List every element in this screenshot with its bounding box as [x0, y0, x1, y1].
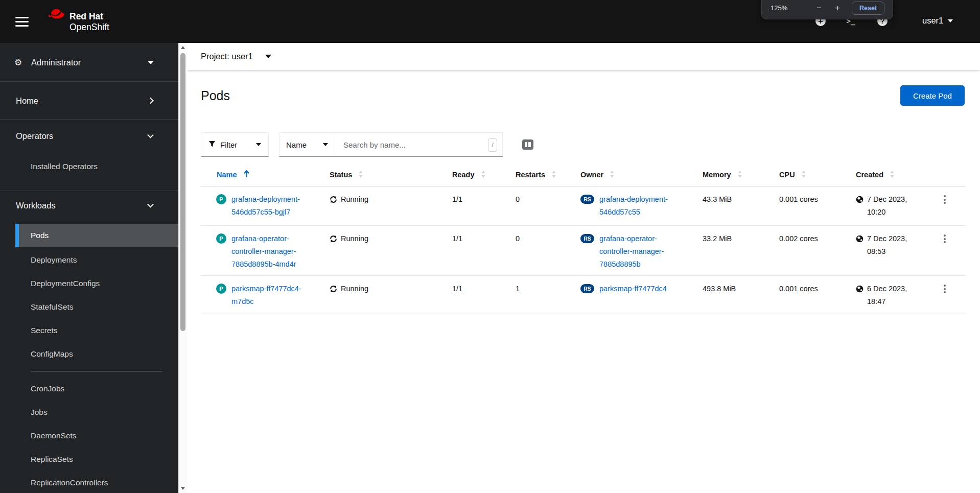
search-field-wrapper: / — [335, 132, 503, 157]
nav-toggle-icon[interactable] — [15, 17, 29, 27]
sidebar-item-deploymentconfigs[interactable]: DeploymentConfigs — [0, 272, 178, 295]
replicaset-badge: RS — [580, 234, 594, 243]
table-header-row: Name Status Ready Restarts — [201, 163, 966, 186]
column-header-owner[interactable]: Owner — [580, 171, 703, 179]
sidebar-item-secrets[interactable]: Secrets — [0, 319, 178, 342]
scrollbar-thumb[interactable] — [180, 53, 185, 331]
project-bar: Project: user1 — [187, 43, 980, 70]
column-header-status[interactable]: Status — [330, 171, 452, 179]
globe-icon — [856, 285, 864, 293]
column-header-ready[interactable]: Ready — [452, 171, 516, 179]
column-header-cpu[interactable]: CPU — [779, 171, 856, 179]
kebab-menu-icon[interactable] — [943, 186, 953, 225]
owner-cell: RS grafana-operator- controller-manager-… — [580, 226, 703, 275]
scroll-down-arrow-icon[interactable] — [181, 487, 185, 490]
kebab-menu-icon[interactable] — [943, 276, 953, 314]
table-row: P grafana-operator- controller-manager- … — [201, 226, 966, 276]
scroll-up-arrow-icon[interactable] — [181, 46, 185, 49]
pod-link[interactable]: grafana-operator- controller-manager- 78… — [231, 232, 296, 275]
running-sync-icon — [330, 196, 337, 203]
zoom-reset-button[interactable]: Reset — [852, 2, 884, 15]
sidebar-item-configmaps[interactable]: ConfigMaps — [0, 342, 178, 366]
section-label: Workloads — [16, 201, 56, 210]
status-cell: Running — [330, 226, 452, 275]
sidebar-section-workloads[interactable]: Workloads — [0, 191, 178, 220]
sidebar-item-deployments[interactable]: Deployments — [0, 248, 178, 272]
slash-shortcut-key: / — [488, 138, 497, 152]
sort-both-icon — [890, 171, 894, 179]
pods-table: Name Status Ready Restarts — [201, 163, 966, 314]
sort-both-icon — [802, 171, 806, 179]
created-cell: 7 Dec 2023, 08:53 — [856, 226, 943, 275]
filter-dropdown[interactable]: Filter — [201, 132, 269, 157]
sidebar-item-jobs[interactable]: Jobs — [0, 401, 178, 424]
running-sync-icon — [330, 235, 337, 243]
pod-link[interactable]: grafana-deployment- 546dd57c55-bgjl7 — [231, 193, 300, 225]
zoom-in-button[interactable]: + — [835, 2, 840, 15]
brand-logo: Red Hat OpenShift — [46, 6, 109, 33]
restarts-cell: 0 — [516, 226, 580, 275]
section-label: Home — [16, 96, 38, 105]
page-title: Pods — [201, 88, 230, 103]
sidebar-section-operators[interactable]: Operators — [0, 120, 178, 152]
sidebar-item-installed-operators[interactable]: Installed Operators — [0, 155, 178, 178]
column-header-created[interactable]: Created — [856, 171, 943, 179]
sidebar-scrollbar[interactable] — [178, 43, 187, 493]
replicaset-badge: RS — [580, 195, 594, 204]
running-sync-icon — [330, 285, 337, 293]
chevron-down-icon — [948, 19, 953, 22]
restarts-cell: 0 — [516, 186, 580, 225]
owner-link[interactable]: parksmap-ff7477dc4 — [599, 283, 667, 314]
chevron-down-icon — [147, 201, 154, 208]
project-label: Project: user1 — [201, 52, 253, 61]
sidebar-item-statefulsets[interactable]: StatefulSets — [0, 295, 178, 319]
owner-link[interactable]: grafana-deployment- 546dd57c55 — [599, 193, 668, 225]
chevron-down-icon — [265, 55, 271, 58]
owner-link[interactable]: grafana-operator- controller-manager- 78… — [599, 232, 664, 275]
sort-both-icon — [552, 171, 556, 179]
sidebar-nav: Administrator Home Operators Installed O… — [0, 43, 178, 493]
user-menu[interactable]: user1 — [922, 16, 953, 26]
pod-badge: P — [216, 194, 226, 204]
list-toolbar: Filter Name / — [201, 132, 533, 157]
sort-both-icon — [610, 171, 614, 179]
created-cell: 7 Dec 2023, 10:20 — [856, 186, 943, 225]
manage-columns-icon[interactable] — [522, 139, 533, 150]
sidebar-item-replicationcontrollers[interactable]: ReplicationControllers — [0, 471, 178, 493]
cpu-cell: 0.002 cores — [779, 226, 856, 275]
search-type-label: Name — [286, 140, 307, 149]
sort-both-icon — [359, 171, 363, 179]
table-row: P parksmap-ff7477dc4- m7d5c Running 1/1 … — [201, 276, 966, 314]
sidebar-item-pods[interactable]: Pods — [15, 224, 178, 247]
memory-cell: 493.8 MiB — [703, 276, 779, 314]
sidebar-item-cronjobs[interactable]: CronJobs — [0, 377, 178, 401]
ready-cell: 1/1 — [452, 226, 516, 275]
zoom-out-button[interactable]: − — [816, 2, 822, 15]
globe-icon — [856, 196, 864, 203]
ready-cell: 1/1 — [452, 186, 516, 225]
ready-cell: 1/1 — [452, 276, 516, 314]
pod-link[interactable]: parksmap-ff7477dc4- m7d5c — [231, 283, 301, 314]
search-input[interactable] — [335, 133, 502, 156]
column-header-memory[interactable]: Memory — [703, 171, 779, 179]
column-header-name[interactable]: Name — [201, 170, 330, 179]
username: user1 — [922, 16, 943, 26]
sidebar-section-home[interactable]: Home — [0, 82, 178, 119]
perspective-switcher[interactable]: Administrator — [0, 43, 178, 81]
sidebar-item-replicasets[interactable]: ReplicaSets — [0, 448, 178, 471]
owner-cell: RS grafana-deployment- 546dd57c55 — [580, 186, 703, 225]
redhat-fedora-icon — [46, 6, 65, 33]
search-type-dropdown[interactable]: Name — [279, 132, 335, 157]
divider — [31, 371, 162, 371]
chevron-down-icon — [148, 61, 154, 64]
sort-both-icon — [481, 171, 485, 179]
kebab-menu-icon[interactable] — [943, 226, 953, 275]
sidebar-item-daemonsets[interactable]: DaemonSets — [0, 424, 178, 448]
table-row: P grafana-deployment- 546dd57c55-bgjl7 R… — [201, 186, 966, 226]
project-selector[interactable]: Project: user1 — [201, 43, 271, 70]
funnel-icon — [208, 140, 216, 149]
chevron-down-icon — [147, 132, 154, 138]
sort-both-icon — [738, 171, 742, 179]
column-header-restarts[interactable]: Restarts — [516, 171, 580, 179]
create-pod-button[interactable]: Create Pod — [900, 85, 965, 106]
